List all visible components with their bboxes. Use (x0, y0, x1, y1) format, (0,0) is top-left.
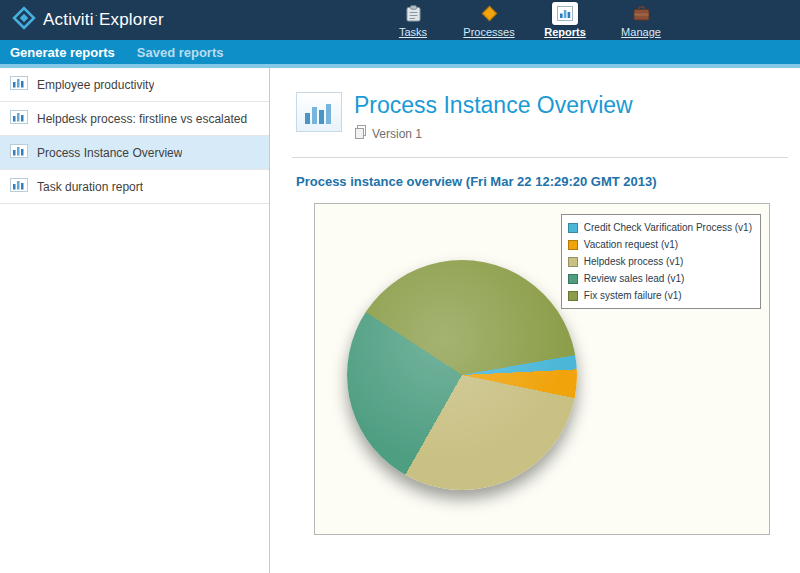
version-row: Version 1 (354, 125, 633, 143)
nav-item-reports[interactable]: Reports (534, 2, 596, 38)
app-header: Activiti·Explorer Tasks Processes (0, 0, 800, 40)
legend-label: Review sales lead (v1) (584, 273, 685, 284)
report-icon-large (296, 92, 342, 132)
toolbox-icon (628, 2, 654, 25)
bar-chart-icon (552, 2, 578, 25)
report-icon (10, 178, 28, 195)
legend-label: Credit Check Varification Process (v1) (584, 222, 752, 233)
legend-row: Credit Check Varification Process (v1) (568, 219, 752, 236)
main-panel: Process Instance Overview Version 1 Proc… (270, 68, 800, 573)
legend-swatch (568, 274, 578, 284)
divider (292, 157, 788, 158)
legend-row: Fix system failure (v1) (568, 287, 752, 304)
sidebar-item-label: Employee productivity (37, 78, 154, 92)
diamond-logo-icon (12, 6, 36, 34)
sidebar-item-helpdesk-process[interactable]: Helpdesk process: firstline vs escalated (0, 102, 269, 136)
sidebar-item-label: Helpdesk process: firstline vs escalated (37, 112, 247, 126)
activiti-logo: Activiti·Explorer (12, 6, 164, 34)
subnav-item-generate-reports[interactable]: Generate reports (10, 45, 115, 60)
sidebar-item-task-duration-report[interactable]: Task duration report (0, 170, 269, 204)
legend-swatch (568, 223, 578, 233)
page-title: Process Instance Overview (354, 92, 633, 118)
legend-row: Review sales lead (v1) (568, 270, 752, 287)
chart-legend: Credit Check Varification Process (v1) V… (561, 214, 761, 309)
legend-row: Vacation request (v1) (568, 236, 752, 253)
nav-reports-label: Reports (544, 26, 586, 38)
subnav-item-saved-reports[interactable]: Saved reports (137, 45, 224, 60)
nav-item-processes[interactable]: Processes (458, 2, 520, 38)
legend-swatch (568, 291, 578, 301)
nav-manage-label: Manage (621, 26, 661, 38)
report-header: Process Instance Overview Version 1 (296, 92, 772, 143)
pie-chart (347, 260, 577, 490)
diamond-icon (476, 2, 502, 25)
nav-item-manage[interactable]: Manage (610, 2, 672, 38)
chart-section-title: Process instance overview (Fri Mar 22 12… (296, 174, 772, 189)
legend-row: Helpdesk process (v1) (568, 253, 752, 270)
nav-processes-label: Processes (463, 26, 514, 38)
report-icon (10, 76, 28, 93)
subnav: Generate reports Saved reports (0, 40, 800, 68)
report-icon (10, 144, 28, 161)
version-label: Version 1 (372, 127, 422, 141)
legend-label: Helpdesk process (v1) (584, 256, 683, 267)
report-title-block: Process Instance Overview Version 1 (354, 92, 633, 143)
chart-panel: Credit Check Varification Process (v1) V… (314, 203, 770, 535)
nav-tasks-label: Tasks (399, 26, 427, 38)
nav-item-tasks[interactable]: Tasks (382, 2, 444, 38)
logo-text: Activiti·Explorer (43, 10, 164, 30)
report-list-sidebar: Employee productivity Helpdesk process: … (0, 68, 270, 573)
legend-label: Fix system failure (v1) (584, 290, 682, 301)
sidebar-item-label: Process Instance Overview (37, 146, 182, 160)
sidebar-item-label: Task duration report (37, 180, 143, 194)
legend-label: Vacation request (v1) (584, 239, 678, 250)
legend-swatch (568, 240, 578, 250)
content: Employee productivity Helpdesk process: … (0, 68, 800, 573)
sidebar-item-employee-productivity[interactable]: Employee productivity (0, 68, 269, 102)
pages-icon (354, 125, 367, 143)
clipboard-icon (400, 2, 426, 25)
report-icon (10, 110, 28, 127)
legend-swatch (568, 257, 578, 267)
sidebar-item-process-instance-overview[interactable]: Process Instance Overview (0, 136, 269, 170)
top-nav: Tasks Processes Reports (382, 2, 672, 38)
logo-separator: · (95, 10, 98, 20)
